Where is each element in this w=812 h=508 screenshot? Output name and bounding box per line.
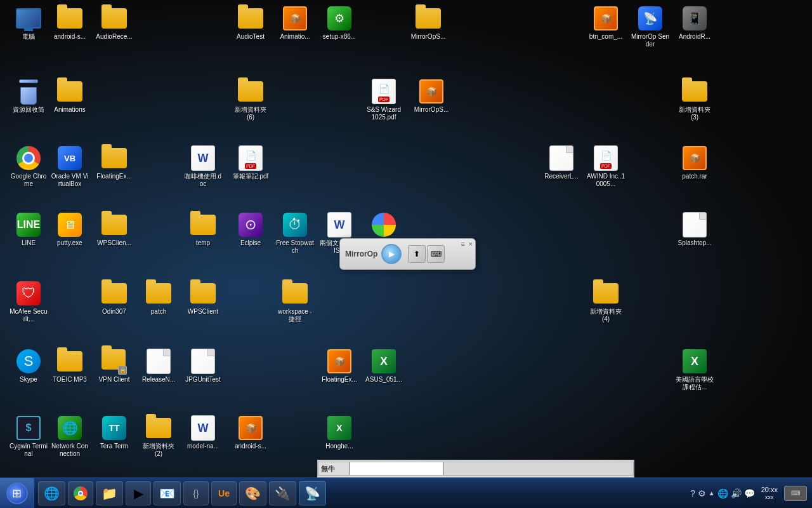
icon-free-stopwatch[interactable]: ⏱ Free Stopwatch bbox=[273, 210, 317, 257]
tray-keyboard-btn[interactable]: ⌨ bbox=[784, 486, 807, 501]
icon-mirrorop-s1[interactable]: MirrorOpS... bbox=[406, 3, 450, 43]
icon-release-n[interactable]: ReleaseN... bbox=[136, 346, 181, 386]
icon-odin307[interactable]: Odin307 bbox=[92, 278, 136, 318]
icon-android-s2[interactable]: 📦 android-s... bbox=[228, 413, 273, 453]
icon-google-chrome[interactable]: Google Chrome bbox=[6, 143, 51, 190]
icon-toeic-mp3[interactable]: TOEIC MP3 bbox=[48, 346, 92, 386]
taskbar-network[interactable]: 🔌 bbox=[269, 481, 296, 505]
icon-color-sync[interactable] bbox=[362, 210, 406, 242]
taskbar-chrome[interactable] bbox=[68, 481, 93, 505]
icon-oracle-vm[interactable]: VB Oracle VM VirtualBox bbox=[48, 143, 92, 190]
taskbar-json[interactable]: {} bbox=[183, 481, 209, 505]
tray-network-icon[interactable]: 🌐 bbox=[717, 488, 728, 498]
tray-volume-icon[interactable]: 🔊 bbox=[731, 488, 742, 498]
taskbar-mirrorop[interactable]: 📡 bbox=[299, 481, 326, 505]
icon-cygwin[interactable]: $ Cygwin Terminal bbox=[6, 413, 51, 460]
tray-notification-icon[interactable]: 💬 bbox=[744, 488, 755, 498]
icon-vpn-client-label: VPN Client bbox=[99, 376, 130, 384]
icon-new-folder-2[interactable]: 新增資料夾 (2) bbox=[136, 413, 181, 460]
tray-settings-icon[interactable]: ⚙ bbox=[698, 488, 706, 498]
icon-floating-ex1[interactable]: FloatingEx... bbox=[92, 143, 136, 183]
icon-wpsclient1[interactable]: WPSClien... bbox=[92, 210, 136, 250]
icon-animations-zip[interactable]: 📦 Animatio... bbox=[273, 3, 317, 43]
taskbar-ultraedit[interactable]: Ue bbox=[211, 481, 237, 505]
icon-us-english[interactable]: X 美國語言學校課程估... bbox=[672, 346, 717, 394]
icon-temp-label: temp bbox=[196, 239, 210, 247]
icon-jpgunit[interactable]: JPGUnitTest bbox=[181, 346, 225, 386]
taskbar-ie[interactable]: 🌐 bbox=[38, 481, 65, 505]
popup-close-btn[interactable]: × bbox=[469, 240, 473, 248]
popup-logo: MirrorOp bbox=[345, 250, 377, 258]
icon-new-folder-4[interactable]: 新增資料夾 (4) bbox=[584, 278, 628, 326]
icon-recycle-bin-label: 資源回收筒 bbox=[13, 106, 44, 114]
icon-awind-inc[interactable]: PDF 📄 AWIND Inc..10005... bbox=[584, 143, 628, 190]
folder-icon bbox=[682, 81, 707, 102]
mirrorop-popup[interactable]: MirrorOp ▶ ⬆ ⌨ × ≡ bbox=[339, 238, 476, 270]
icon-skype-label: Skype bbox=[20, 376, 37, 384]
icon-putty-label: putty.exe bbox=[57, 239, 82, 247]
icon-audio-receive[interactable]: AudioRece... bbox=[92, 3, 136, 43]
taskbar-outlook[interactable]: 📧 bbox=[154, 481, 181, 505]
ie-icon: 🌐 bbox=[44, 486, 60, 501]
icon-new-folder-6[interactable]: 新增資料夾 (6) bbox=[228, 76, 273, 124]
icon-patch-folder[interactable]: patch bbox=[136, 278, 181, 318]
ime-input-field[interactable] bbox=[350, 462, 443, 476]
tray-clock[interactable]: 20:xx xxx bbox=[757, 485, 782, 502]
icon-tera-term-label: Tera Term bbox=[100, 443, 128, 450]
icon-eclipse[interactable]: ⊙ Eclpise bbox=[228, 210, 273, 250]
icon-model-na-label: model-na... bbox=[187, 443, 219, 450]
icon-temp[interactable]: temp bbox=[181, 210, 225, 250]
icon-workspace[interactable]: workspace - 捷徑 bbox=[273, 278, 317, 326]
icon-recycle-bin[interactable]: 資源回收筒 bbox=[6, 76, 51, 116]
icon-animations-folder[interactable]: Animations bbox=[48, 76, 92, 116]
taskbar-explorer[interactable]: 📁 bbox=[96, 481, 123, 505]
taskbar-media[interactable]: ▶ bbox=[126, 481, 151, 505]
keyboard-icon: ⌨ bbox=[791, 490, 800, 497]
taskbar-paint[interactable]: 🎨 bbox=[239, 481, 266, 505]
icon-mirrorop-sender[interactable]: 📡 MirrorOp Sender bbox=[628, 3, 672, 51]
tray-help-icon[interactable]: ? bbox=[690, 488, 695, 498]
popup-icon-cursor[interactable]: ⬆ bbox=[408, 245, 426, 263]
icon-model-na[interactable]: W model-na... bbox=[181, 413, 225, 453]
icon-mcafee-label: McAfee Securit... bbox=[9, 308, 48, 323]
icon-putty[interactable]: 🖥 putty.exe bbox=[48, 210, 92, 250]
icon-mirrorop-s2[interactable]: 📦 MirrorOpS... bbox=[409, 76, 454, 116]
start-button[interactable]: ⊞ bbox=[0, 478, 34, 509]
icon-skype[interactable]: S Skype bbox=[6, 346, 51, 386]
icon-coffee-doc[interactable]: W 咖啡機使用.doc bbox=[181, 143, 225, 190]
taskbar-items: 🌐 📁 ▶ 📧 {} Ue 🎨 bbox=[34, 478, 685, 508]
icon-audio-test[interactable]: AudioTest bbox=[228, 3, 273, 43]
icon-android-r[interactable]: 📱 AndroidR... bbox=[672, 3, 717, 43]
popup-play-btn[interactable]: ▶ bbox=[381, 244, 402, 264]
icon-network-connection[interactable]: 🌐 Network Connection bbox=[48, 413, 92, 460]
icon-vpn-client[interactable]: 🔒 VPN Client bbox=[92, 346, 136, 386]
icon-wpsclient2[interactable]: WPSClient bbox=[181, 278, 225, 318]
popup-icon-keyboard[interactable]: ⌨ bbox=[427, 245, 445, 263]
icon-floating-ex2[interactable]: 📦 FloatingEx... bbox=[317, 346, 362, 386]
ime-bar[interactable]: 無牛 bbox=[317, 460, 634, 478]
icon-splashtop-label: Splashtop... bbox=[678, 239, 712, 247]
icon-splashtop[interactable]: Splashtop... bbox=[672, 210, 717, 250]
icon-computer[interactable]: 電腦 bbox=[6, 3, 51, 43]
icon-line[interactable]: LINE LINE bbox=[6, 210, 51, 250]
icon-ss-wizard[interactable]: PDF 📄 S&S Wizard 1025.pdf bbox=[362, 76, 406, 124]
icon-wpsclient1-label: WPSClien... bbox=[97, 239, 131, 247]
folder-icon bbox=[102, 8, 127, 29]
tray-arrow-icon[interactable]: ▲ bbox=[709, 490, 715, 497]
recycle-bin-icon bbox=[17, 79, 40, 104]
icon-honghe[interactable]: X Honghe... bbox=[317, 413, 362, 453]
icon-asus051[interactable]: X ASUS_051... bbox=[362, 346, 406, 386]
icon-btn-com[interactable]: 📦 btn_com_... bbox=[584, 3, 628, 43]
icon-patch-rar[interactable]: 📦 patch.rar bbox=[672, 143, 717, 183]
icon-new-folder-3[interactable]: 新增資料夾 (3) bbox=[672, 76, 717, 124]
icon-btn-com-label: btn_com_... bbox=[589, 33, 622, 41]
icon-android-s1[interactable]: android-s... bbox=[48, 3, 92, 43]
icon-tera-term[interactable]: TT Tera Term bbox=[92, 413, 136, 453]
folder-icon bbox=[238, 8, 263, 29]
popup-menu-btn[interactable]: ≡ bbox=[461, 240, 465, 248]
icon-network-connection-label: Network Connection bbox=[50, 443, 89, 458]
icon-setup-x86[interactable]: ⚙ setup-x86... bbox=[317, 3, 362, 43]
icon-mcafee[interactable]: 🛡 McAfee Securit... bbox=[6, 278, 51, 326]
icon-notes-pdf[interactable]: PDF 📄 筆報筆記.pdf bbox=[228, 143, 273, 183]
icon-receiver-l[interactable]: ReceiverL... bbox=[539, 143, 584, 183]
